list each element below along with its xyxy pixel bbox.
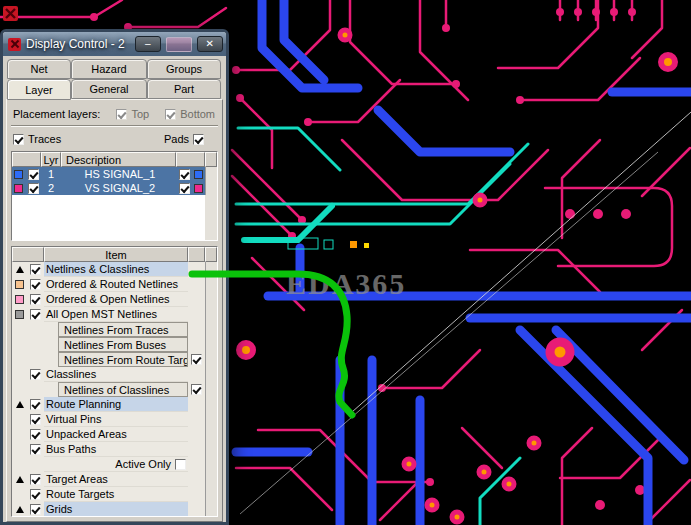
items-scrollbar-track[interactable]: [205, 442, 217, 457]
expand-arrow-icon[interactable]: [16, 401, 24, 408]
items-scrollbar-track[interactable]: [205, 262, 217, 277]
tab-hazard[interactable]: Hazard: [71, 59, 147, 79]
layers-scrollbar-track[interactable]: [205, 181, 217, 195]
item-row[interactable]: Netlines of Classlines: [12, 382, 217, 397]
item-row[interactable]: Grids: [12, 502, 217, 517]
items-scrollbar-track[interactable]: [205, 352, 217, 367]
item-row[interactable]: Virtual Pins: [12, 412, 217, 427]
expand-arrow-icon[interactable]: [16, 266, 24, 273]
item-checkbox[interactable]: [30, 369, 41, 380]
item-checkbox[interactable]: [30, 309, 41, 320]
item-checkbox[interactable]: [30, 444, 41, 455]
item-row[interactable]: Netlines & Classlines: [12, 262, 217, 277]
item-checkbox[interactable]: [30, 279, 41, 290]
item-checkbox[interactable]: [30, 264, 41, 275]
tab-general[interactable]: General: [71, 79, 147, 99]
item-label: Route Targets: [44, 487, 188, 502]
traces-checkbox[interactable]: [13, 134, 24, 145]
layer-pads-checkbox[interactable]: [179, 183, 190, 194]
layer-row[interactable]: 1 HS SIGNAL_1: [12, 167, 217, 181]
item-row[interactable]: Active Only: [12, 457, 217, 472]
items-scrollbar-track[interactable]: [205, 367, 217, 382]
placement-bottom-checkbox[interactable]: [165, 109, 176, 120]
item-row[interactable]: Route Targets: [12, 487, 217, 502]
item-right-checkbox[interactable]: [191, 384, 202, 395]
items-scrollbar-track[interactable]: [205, 427, 217, 442]
tab-net[interactable]: Net: [7, 59, 71, 79]
item-row[interactable]: Netlines From Buses: [12, 337, 217, 352]
items-scrollbar-track[interactable]: [205, 292, 217, 307]
item-column-header[interactable]: Item: [44, 247, 188, 262]
item-checkbox[interactable]: [30, 489, 41, 500]
items-scrollbar-track[interactable]: [205, 382, 217, 397]
tab-part[interactable]: Part: [147, 79, 221, 99]
item-label: Netlines From Buses: [58, 337, 188, 352]
layer-number: 1: [41, 167, 61, 181]
item-row[interactable]: Netlines From Route Targets: [12, 352, 217, 367]
item-checkbox[interactable]: [30, 414, 41, 425]
item-checkbox[interactable]: [30, 429, 41, 440]
orange-chip: [350, 241, 357, 248]
item-row[interactable]: Ordered & Routed Netlines: [12, 277, 217, 292]
items-scrollbar-track[interactable]: [205, 277, 217, 292]
pads-checkbox[interactable]: [193, 134, 204, 145]
items-scrollbar-track[interactable]: [205, 472, 217, 487]
placement-bottom-label: Bottom: [180, 108, 215, 120]
layer-row[interactable]: 2 VS SIGNAL_2: [12, 181, 217, 195]
traces-label: Traces: [28, 133, 61, 145]
layer-pad-color-swatch[interactable]: [194, 184, 203, 193]
titlebar[interactable]: Display Control - 2 – ✕: [3, 32, 226, 56]
item-row[interactable]: Unpacked Areas: [12, 427, 217, 442]
window-title: Display Control - 2: [26, 37, 125, 51]
items-scrollbar-track[interactable]: [205, 412, 217, 427]
item-row[interactable]: Route Planning: [12, 397, 217, 412]
item-row[interactable]: Bus Paths: [12, 442, 217, 457]
layer-visible-checkbox[interactable]: [28, 169, 39, 180]
items-scrollbar-track[interactable]: [205, 457, 217, 472]
item-row[interactable]: Ordered & Open Netlines: [12, 292, 217, 307]
items-scrollbar-track[interactable]: [205, 397, 217, 412]
item-label: Grids: [44, 502, 188, 517]
minimize-button[interactable]: –: [135, 36, 161, 52]
layer-pads-checkbox[interactable]: [179, 169, 190, 180]
item-row[interactable]: Classlines: [12, 367, 217, 382]
item-color-swatch[interactable]: [15, 295, 24, 304]
item-checkbox[interactable]: [30, 399, 41, 410]
item-color-swatch[interactable]: [15, 280, 24, 289]
layers-table-header: Lyr Description: [12, 152, 217, 167]
layer-visible-checkbox[interactable]: [28, 183, 39, 194]
item-label: Ordered & Open Netlines: [44, 292, 188, 307]
description-column-header[interactable]: Description: [61, 152, 176, 167]
item-row[interactable]: Netlines From Traces: [12, 322, 217, 337]
items-scrollbar-track[interactable]: [205, 337, 217, 352]
item-checkbox[interactable]: [30, 474, 41, 485]
items-list-header: Item: [12, 247, 217, 262]
item-checkbox[interactable]: [30, 504, 41, 515]
tab-layer[interactable]: Layer: [7, 79, 71, 100]
tab-groups[interactable]: Groups: [147, 59, 221, 79]
layer-color-swatch[interactable]: [14, 184, 23, 193]
layer-color-swatch[interactable]: [14, 170, 23, 179]
expand-arrow-icon[interactable]: [16, 506, 24, 513]
items-scrollbar-track[interactable]: [205, 307, 217, 322]
item-checkbox[interactable]: [30, 294, 41, 305]
item-label: Netlines From Traces: [58, 322, 188, 337]
items-scrollbar-track[interactable]: [205, 322, 217, 337]
item-row[interactable]: Target Areas: [12, 472, 217, 487]
item-right-checkbox[interactable]: [191, 354, 202, 365]
item-row[interactable]: All Open MST Netlines: [12, 307, 217, 322]
layer-description: VS SIGNAL_2: [61, 181, 176, 195]
lyr-column-header[interactable]: Lyr: [41, 152, 61, 167]
active-only-checkbox[interactable]: [175, 459, 186, 470]
items-scrollbar-track[interactable]: [205, 487, 217, 502]
item-label: Target Areas: [44, 472, 188, 487]
layers-scrollbar-track[interactable]: [205, 167, 217, 181]
application-window: EDA365 Display Control - 2 – ✕ Net Hazar…: [0, 0, 691, 525]
layer-pad-color-swatch[interactable]: [194, 170, 203, 179]
placement-top-checkbox[interactable]: [116, 109, 127, 120]
items-scrollbar-track[interactable]: [205, 502, 217, 517]
layers-table: Lyr Description 1 HS SIGNAL_1: [11, 151, 218, 241]
close-button[interactable]: ✕: [197, 36, 223, 52]
item-color-swatch[interactable]: [15, 310, 24, 319]
expand-arrow-icon[interactable]: [16, 476, 24, 483]
